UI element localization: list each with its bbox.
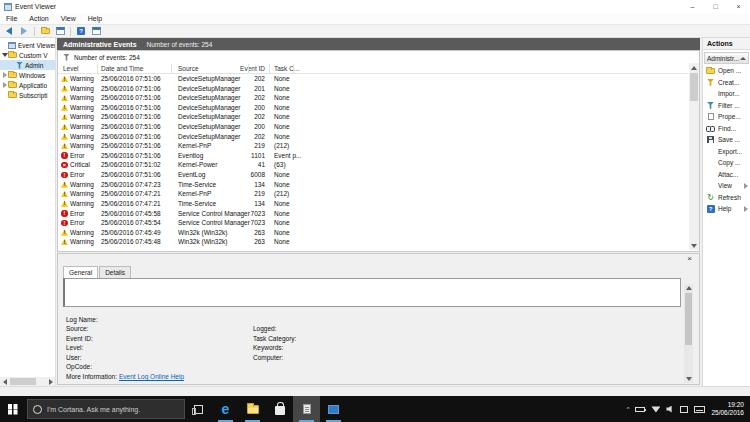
cortana-search-box[interactable]: I'm Cortana. Ask me anything. — [27, 399, 185, 419]
forward-button[interactable] — [18, 26, 30, 37]
create-filter-icon — [707, 79, 714, 86]
action-center-icon[interactable] — [680, 406, 688, 413]
maximize-button[interactable]: □ — [704, 0, 727, 13]
action-copy[interactable]: Copy ... — [703, 157, 750, 169]
event-row[interactable]: Warning25/06/2016 07:47:21Kernel-PnP219(… — [58, 189, 688, 199]
column-header-event-id[interactable]: Event ID — [208, 63, 265, 74]
scroll-left-button[interactable] — [0, 377, 9, 386]
scrollbar-thumb[interactable] — [10, 378, 36, 385]
date-cell: 25/06/2016 07:51:06 — [101, 75, 161, 82]
action-help[interactable]: Help — [703, 203, 750, 215]
event-row[interactable]: Warning25/06/2016 07:45:48Win32k (Win32k… — [58, 237, 688, 247]
action-export[interactable]: Export... — [703, 146, 750, 158]
collapsed-arrow-icon[interactable] — [1, 72, 8, 78]
tree-item-admin[interactable]: Admin — [0, 60, 55, 70]
event-row[interactable]: Warning25/06/2016 07:51:06DeviceSetupMan… — [58, 122, 688, 132]
tree-item-windows[interactable]: Windows — [0, 70, 55, 80]
event-row[interactable]: Warning25/06/2016 07:51:06DeviceSetupMan… — [58, 112, 688, 122]
action-label: Creat... — [718, 79, 739, 86]
list-vertical-scrollbar[interactable] — [689, 63, 699, 250]
cortana-placeholder: I'm Cortana. Ask me anything. — [47, 406, 140, 413]
properties-button[interactable] — [54, 26, 66, 37]
task-category-cell: (212) — [274, 190, 289, 197]
action-save[interactable]: Save ... — [703, 134, 750, 146]
event-row[interactable]: Warning25/06/2016 07:51:06DeviceSetupMan… — [58, 103, 688, 113]
volume-icon[interactable] — [666, 406, 674, 413]
scrollbar-thumb[interactable] — [690, 73, 698, 101]
scroll-down-button[interactable] — [689, 241, 699, 250]
event-row[interactable]: Warning25/06/2016 07:51:06DeviceSetupMan… — [58, 84, 688, 94]
scroll-down-button[interactable] — [684, 375, 693, 383]
action-prope[interactable]: Prope... — [703, 111, 750, 123]
back-button[interactable] — [3, 26, 15, 37]
forward-icon — [21, 27, 27, 35]
tree-item-subscripti[interactable]: Subscripti — [0, 90, 55, 100]
tree-item-applicatio[interactable]: Applicatio — [0, 80, 55, 90]
event-id-cell: 201 — [208, 85, 265, 92]
details-vertical-scrollbar[interactable] — [684, 284, 693, 383]
tree-item-custom-v[interactable]: Custom V — [0, 50, 55, 60]
action-attac[interactable]: Attac... — [703, 169, 750, 181]
date-cell: 25/06/2016 07:45:49 — [101, 229, 161, 236]
task-category-cell: None — [274, 94, 290, 101]
action-filter[interactable]: Filter ... — [703, 100, 750, 112]
event-row[interactable]: Warning25/06/2016 07:51:06Kernel-PnP219(… — [58, 141, 688, 151]
event-row[interactable]: Critical25/06/2016 07:51:02Kernel-Power4… — [58, 160, 688, 170]
tree-item-event-viewer[interactable]: Event Viewer ( — [0, 40, 55, 50]
action-refresh[interactable]: Refresh — [703, 192, 750, 204]
battery-icon[interactable] — [635, 407, 645, 412]
action-open[interactable]: Open ... — [703, 65, 750, 77]
menu-item-help[interactable]: Help — [82, 13, 108, 24]
show-console-tree-button[interactable] — [39, 26, 51, 37]
task-view-button[interactable] — [185, 396, 212, 422]
event-row[interactable]: Warning25/06/2016 07:47:23Time-Service13… — [58, 180, 688, 190]
event-row[interactable]: Warning25/06/2016 07:51:06DeviceSetupMan… — [58, 74, 688, 84]
action-impor[interactable]: Impor... — [703, 88, 750, 100]
expanded-arrow-icon[interactable] — [1, 53, 8, 57]
event-row[interactable]: Error25/06/2016 07:51:06EventLog6008None — [58, 170, 688, 180]
event-row[interactable]: Warning25/06/2016 07:51:06DeviceSetupMan… — [58, 132, 688, 142]
event-row[interactable]: Error25/06/2016 07:45:58Service Control … — [58, 209, 688, 219]
event-row[interactable]: Warning25/06/2016 07:45:49Win32k (Win32k… — [58, 228, 688, 238]
scrollbar-thumb[interactable] — [685, 293, 692, 345]
taskbar-edge-button[interactable] — [212, 396, 239, 422]
taskbar-app-button[interactable] — [320, 396, 347, 422]
show-hidden-icons-button[interactable]: ^ — [627, 406, 630, 412]
menu-item-action[interactable]: Action — [23, 13, 54, 24]
column-header-level[interactable]: Level — [63, 63, 96, 74]
event-row[interactable]: Error25/06/2016 07:51:06Eventlog1101Even… — [58, 151, 688, 161]
minimize-button[interactable]: – — [681, 0, 704, 13]
column-header-date-and-time[interactable]: Date and Time — [101, 63, 170, 74]
caption-buttons: – □ × — [681, 0, 750, 13]
action-creat[interactable]: Creat... — [703, 77, 750, 89]
column-header-task-c[interactable]: Task C... — [274, 63, 314, 74]
event-row[interactable]: Warning25/06/2016 07:47:21Time-Service13… — [58, 199, 688, 209]
taskbar: I'm Cortana. Ask me anything. ^ 19:20 25… — [0, 396, 750, 422]
event-row[interactable]: Error25/06/2016 07:45:54Service Control … — [58, 218, 688, 228]
action-find[interactable]: Find... — [703, 123, 750, 135]
close-button[interactable]: × — [727, 0, 750, 13]
scroll-right-button[interactable] — [46, 377, 55, 386]
actions-group-header[interactable]: Administr... — [704, 52, 749, 64]
event-log-online-help-link[interactable]: Event Log Online Help — [119, 373, 184, 380]
field-label-event-id: Event ID: — [66, 335, 93, 342]
scroll-up-button[interactable] — [689, 63, 699, 72]
collapsed-arrow-icon[interactable] — [1, 82, 8, 88]
action-view[interactable]: View — [703, 180, 750, 192]
taskbar-clock[interactable]: 19:20 25/06/2016 — [711, 401, 744, 417]
menu-item-view[interactable]: View — [55, 13, 82, 24]
sidebar-horizontal-scrollbar[interactable] — [0, 377, 55, 386]
filter-text: Number of events: 254 — [74, 54, 140, 61]
wifi-icon[interactable] — [651, 406, 660, 413]
taskbar-file-explorer-button[interactable] — [239, 396, 266, 422]
title-bar[interactable]: Event Viewer – □ × — [0, 0, 750, 13]
console-window-button[interactable] — [90, 26, 102, 37]
event-row[interactable]: Warning25/06/2016 07:51:06DeviceSetupMan… — [58, 93, 688, 103]
menu-item-file[interactable]: File — [0, 13, 23, 24]
help-toolbar-button[interactable] — [75, 26, 87, 37]
scroll-up-button[interactable] — [684, 284, 693, 292]
taskbar-store-button[interactable] — [266, 396, 293, 422]
taskbar-event-viewer-button[interactable] — [293, 396, 320, 422]
start-button[interactable] — [0, 396, 25, 422]
touch-keyboard-icon[interactable] — [694, 406, 705, 413]
